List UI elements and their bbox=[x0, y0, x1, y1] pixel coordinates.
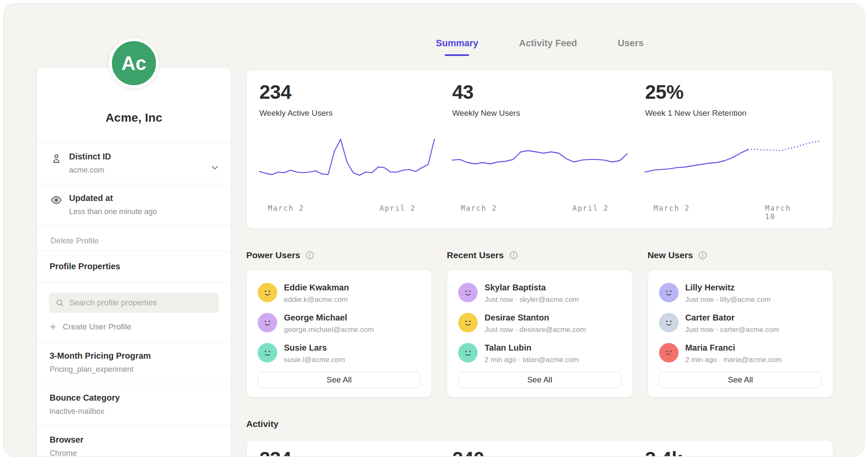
user-row[interactable]: Lilly Herwitz Just now · lilly@acme.com bbox=[659, 283, 822, 304]
eye-icon bbox=[50, 194, 62, 206]
user-name: Talan Lubin bbox=[484, 343, 579, 353]
company-avatar-initials: Ac bbox=[122, 52, 147, 75]
info-icon[interactable] bbox=[698, 251, 707, 260]
property-row[interactable]: Browser Chrome bbox=[37, 426, 231, 457]
field-label: Updated at bbox=[69, 193, 157, 203]
weekly-active-users-sparkline bbox=[259, 129, 434, 199]
chevron-down-icon[interactable] bbox=[210, 162, 220, 173]
create-user-profile-button[interactable]: Create User Profile bbox=[49, 322, 219, 332]
avatar bbox=[458, 283, 478, 302]
property-label: Browser bbox=[50, 435, 218, 445]
section-title: New Users bbox=[648, 250, 693, 260]
user-row[interactable]: Desirae Stanton Just now · desirare@acme… bbox=[458, 313, 621, 334]
x-axis-label: March 2 bbox=[654, 204, 690, 212]
user-name: George Michael bbox=[284, 313, 374, 323]
avatar bbox=[258, 313, 277, 332]
distinct-id-row[interactable]: Distinct ID acme.com bbox=[37, 142, 231, 184]
user-name: Desirae Stanton bbox=[484, 313, 586, 323]
section-title: Recent Users bbox=[447, 250, 504, 260]
search-placeholder: Search profile properties bbox=[69, 298, 157, 307]
activity-stat-value: 234 bbox=[259, 448, 434, 457]
tab-users[interactable]: Users bbox=[618, 38, 644, 56]
stat-label: Weekly Active Users bbox=[259, 109, 434, 118]
see-all-button[interactable]: See All bbox=[258, 372, 420, 388]
recent-users-section: Recent Users Skylar Baptista Just now · … bbox=[447, 250, 632, 398]
field-label: Distinct ID bbox=[69, 152, 111, 162]
search-icon bbox=[56, 298, 64, 307]
user-detail: Just now · skyler@acme.com bbox=[484, 296, 579, 304]
user-row[interactable]: Talan Lubin 2 min ago · talan@acme.com bbox=[458, 343, 621, 364]
x-axis-label: April 2 bbox=[379, 204, 416, 212]
x-axis-label: March 2 bbox=[461, 204, 497, 212]
activity-stat-value: 3.4k bbox=[645, 448, 820, 457]
search-profile-properties-input[interactable]: Search profile properties bbox=[49, 293, 219, 313]
x-axis-label: March 2 bbox=[268, 204, 304, 212]
user-name: Susie Lars bbox=[284, 343, 345, 353]
property-value: inactive-mailbox bbox=[50, 407, 218, 416]
avatar bbox=[659, 343, 679, 362]
user-detail: Just now · carter@acme.com bbox=[685, 326, 779, 334]
stat-label: Weekly New Users bbox=[452, 109, 627, 118]
avatar bbox=[659, 313, 679, 332]
user-detail: eddie.k@acme.com bbox=[284, 296, 349, 304]
x-axis-label: April 2 bbox=[572, 204, 609, 212]
user-name: Skylar Baptista bbox=[484, 283, 579, 293]
activity-section-title: Activity bbox=[246, 419, 833, 429]
stat-weekly-active-users: 234 Weekly Active Users March 2 April 2 bbox=[259, 81, 434, 229]
avatar bbox=[458, 313, 478, 332]
activity-stat-value: 240 bbox=[452, 448, 627, 457]
summary-stats-card: 234 Weekly Active Users March 2 April 2 … bbox=[246, 70, 833, 229]
user-row[interactable]: Carter Bator Just now · carter@acme.com bbox=[659, 313, 822, 334]
stat-week1-retention: 25% Week 1 New User Retention March 2 Ma… bbox=[645, 81, 820, 229]
user-name: Maria Franci bbox=[685, 343, 782, 353]
power-users-section: Power Users Eddie Kwakman eddie.k@acme.c… bbox=[246, 250, 432, 398]
see-all-button[interactable]: See All bbox=[458, 372, 621, 388]
tab-summary[interactable]: Summary bbox=[436, 38, 478, 56]
stat-value: 25% bbox=[645, 81, 820, 103]
activity-stats-card: 234 240 3.4k bbox=[246, 440, 833, 457]
company-name: Acme, Inc bbox=[45, 111, 223, 125]
user-row[interactable]: Susie Lars susie.l@acme.com bbox=[258, 343, 420, 364]
stat-label: Week 1 New User Retention bbox=[645, 109, 820, 118]
info-icon[interactable] bbox=[509, 251, 518, 260]
tab-bar: Summary Activity Feed Users bbox=[246, 38, 833, 56]
user-name: Lilly Herwitz bbox=[685, 283, 771, 293]
user-detail: Just now · desirare@acme.com bbox=[484, 326, 586, 334]
x-axis-label: March 10 bbox=[765, 204, 802, 221]
user-detail: susie.l@acme.com bbox=[284, 356, 345, 364]
property-label: Bounce Category bbox=[50, 393, 218, 403]
avatar bbox=[458, 343, 478, 362]
property-row[interactable]: Bounce Category inactive-mailbox bbox=[37, 384, 231, 426]
company-avatar: Ac bbox=[109, 38, 159, 88]
user-detail: 2 min ago · maria@acme.com bbox=[685, 356, 782, 364]
property-row[interactable]: 3-Month Pricing Program Pricing_plan_exp… bbox=[37, 342, 231, 384]
plus-icon bbox=[49, 323, 57, 331]
app-window: Ac Acme, Inc Distinct ID acme.com Update… bbox=[3, 3, 865, 457]
field-value: Less than one minute ago bbox=[69, 207, 157, 216]
stat-value: 234 bbox=[259, 81, 434, 103]
property-value: Pricing_plan_experiment bbox=[50, 365, 218, 374]
avatar bbox=[659, 283, 679, 302]
recent-users-card: Skylar Baptista Just now · skyler@acme.c… bbox=[447, 270, 632, 398]
stat-weekly-new-users: 43 Weekly New Users March 2 April 2 bbox=[452, 81, 627, 229]
user-detail: george.michael@acme.com bbox=[284, 326, 374, 334]
property-value: Chrome bbox=[50, 449, 218, 457]
stat-value: 43 bbox=[452, 81, 627, 103]
person-icon bbox=[50, 153, 62, 164]
field-value: acme.com bbox=[69, 166, 111, 175]
retention-sparkline bbox=[645, 129, 820, 199]
power-users-card: Eddie Kwakman eddie.k@acme.com George Mi… bbox=[246, 270, 432, 398]
user-row[interactable]: Maria Franci 2 min ago · maria@acme.com bbox=[659, 343, 822, 364]
user-name: Eddie Kwakman bbox=[284, 283, 349, 293]
user-row[interactable]: Skylar Baptista Just now · skyler@acme.c… bbox=[458, 283, 621, 304]
profile-card: Ac Acme, Inc Distinct ID acme.com Update… bbox=[36, 67, 231, 256]
tab-activity-feed[interactable]: Activity Feed bbox=[519, 38, 577, 56]
avatar bbox=[258, 283, 277, 302]
user-row[interactable]: Eddie Kwakman eddie.k@acme.com bbox=[258, 283, 420, 304]
see-all-button[interactable]: See All bbox=[659, 372, 822, 388]
user-row[interactable]: George Michael george.michael@acme.com bbox=[258, 313, 420, 334]
info-icon[interactable] bbox=[305, 251, 314, 260]
new-users-section: New Users Lilly Herwitz Just now · lilly… bbox=[648, 250, 833, 398]
property-label: 3-Month Pricing Program bbox=[50, 351, 218, 361]
updated-at-row: Updated at Less than one minute ago bbox=[37, 184, 231, 226]
